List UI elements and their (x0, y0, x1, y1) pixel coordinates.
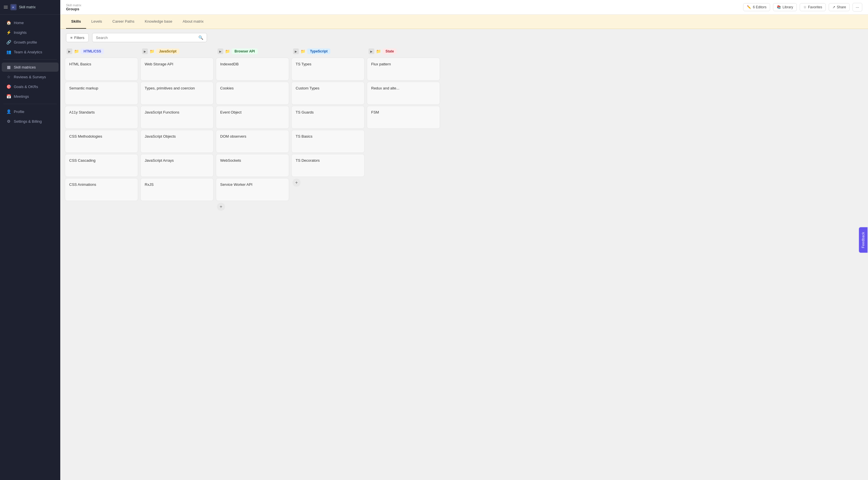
profile-icon: 👤 (6, 109, 11, 114)
sidebar-item-label: Profile (14, 109, 24, 114)
kanban-column-browser-api: ▶📁Browser APIIndexedDBCookiesEvent Objec… (216, 46, 289, 475)
kanban-card[interactable]: IndexedDB (216, 58, 289, 80)
kanban-card[interactable]: JavaScript Arrays (141, 154, 214, 177)
kanban-column-javascript: ▶📁JavaScriptWeb Storage APITypes, primit… (141, 46, 214, 475)
folder-icon: 📁 (301, 49, 305, 54)
main-area: Skill matrix Groups ✏️ 6 Editors 📚 Libra… (60, 0, 868, 480)
share-icon: ↗ (832, 5, 835, 9)
tab-skills[interactable]: Skills (66, 14, 86, 29)
sidebar-item-reviews-surveys[interactable]: ☆ Reviews & Surveys (2, 72, 59, 81)
kanban-card[interactable]: DOM observers (216, 130, 289, 153)
sidebar-item-skill-matrices[interactable]: ▦ Skill matrices (2, 63, 59, 72)
kanban-card[interactable]: Cookies (216, 82, 289, 105)
tab-about-matrix[interactable]: About matrix (177, 14, 209, 29)
kanban-card[interactable]: Custom Types (291, 82, 365, 105)
kanban-card[interactable]: CSS Methodologies (65, 130, 138, 153)
topbar-actions: ✏️ 6 Editors 📚 Library ☆ Favorites ↗ Sha… (743, 3, 862, 11)
sidebar-item-label: Insights (14, 30, 27, 35)
sidebar-divider-2 (3, 104, 57, 104)
feedback-button[interactable]: Feedback (859, 228, 868, 253)
kanban-card[interactable]: JavaScript Functions (141, 106, 214, 129)
col-title-badge: State (383, 48, 397, 54)
library-button[interactable]: 📚 Library (773, 3, 797, 11)
kanban-card[interactable]: RxJS (141, 178, 214, 201)
kanban-card[interactable]: CSS Animations (65, 178, 138, 201)
tab-career-paths[interactable]: Career Paths (107, 14, 140, 29)
editors-label: 6 Editors (753, 5, 766, 9)
sidebar-item-profile[interactable]: 👤 Profile (2, 107, 59, 116)
sidebar-collapse-button[interactable] (3, 5, 8, 9)
favorites-label: Favorites (808, 5, 822, 9)
kanban-card[interactable]: HTML Basics (65, 58, 138, 80)
kanban-card[interactable]: Types, primitives and coercion (141, 82, 214, 105)
kanban-card[interactable]: WebSockets (216, 154, 289, 177)
sidebar-item-goals-okrs[interactable]: 🎯 Goals & OKRs (2, 82, 59, 91)
col-header-html-css: ▶📁HTML/CSS (65, 46, 138, 57)
tab-levels[interactable]: Levels (86, 14, 107, 29)
kanban-column-html-css: ▶📁HTML/CSSHTML BasicsSemantic markupA11y… (65, 46, 138, 475)
kanban-card[interactable]: TS Basics (291, 130, 365, 153)
sidebar-item-meetings[interactable]: 📅 Meetings (2, 92, 59, 101)
kanban-card[interactable]: Flux pattern (367, 58, 440, 80)
insights-icon: ⚡ (6, 30, 11, 35)
settings-icon: ⚙ (6, 119, 11, 124)
col-title-badge: HTML/CSS (81, 48, 104, 54)
sidebar-item-insights[interactable]: ⚡ Insights (2, 28, 59, 37)
tab-knowledge-base[interactable]: Knowledge base (140, 14, 177, 29)
editors-button[interactable]: ✏️ 6 Editors (743, 3, 770, 11)
col-header-javascript: ▶📁JavaScript (141, 46, 214, 57)
sidebar-item-label: Growth profile (14, 40, 37, 44)
kanban-card[interactable]: CSS Cascading (65, 154, 138, 177)
kanban-card[interactable]: FSM (367, 106, 440, 129)
kanban-card[interactable]: Redux and alte... (367, 82, 440, 105)
library-icon: 📚 (777, 5, 781, 9)
sidebar: A Skill matrix 🏠 Home ⚡ Insights 🔗 Growt… (0, 0, 60, 480)
kanban-card[interactable]: JavaScript Objects (141, 130, 214, 153)
page-title: Groups (66, 7, 81, 11)
kanban-card[interactable]: Event Object (216, 106, 289, 129)
folder-icon: 📁 (150, 49, 154, 54)
more-button[interactable]: ··· (852, 3, 862, 11)
topbar-left: Skill matrix Groups (66, 3, 81, 11)
team-icon: 👥 (6, 49, 11, 54)
add-card-button[interactable]: + (217, 203, 225, 211)
col-expand-button[interactable]: ▶ (369, 48, 374, 54)
topbar: Skill matrix Groups ✏️ 6 Editors 📚 Libra… (60, 0, 868, 14)
sidebar-item-team-analytics[interactable]: 👥 Team & Analytics (2, 47, 59, 57)
breadcrumb: Skill matrix (66, 3, 81, 7)
svg-rect-1 (4, 7, 8, 7)
col-title-badge: Browser API (231, 48, 258, 54)
sidebar-item-label: Home (14, 21, 24, 25)
sidebar-item-home[interactable]: 🏠 Home (2, 18, 59, 27)
reviews-icon: ☆ (6, 74, 11, 79)
sidebar-item-settings-billing[interactable]: ⚙ Settings & Billing (2, 117, 59, 126)
library-label: Library (782, 5, 793, 9)
folder-icon: 📁 (376, 49, 381, 54)
tab-label: Career Paths (113, 19, 135, 24)
kanban-card[interactable]: Web Storage API (141, 58, 214, 80)
svg-rect-0 (4, 6, 8, 6)
goals-icon: 🎯 (6, 84, 11, 89)
share-button[interactable]: ↗ Share (829, 3, 849, 11)
tab-label: Skills (71, 19, 81, 24)
col-expand-button[interactable]: ▶ (218, 48, 223, 54)
col-expand-button[interactable]: ▶ (293, 48, 299, 54)
app-icon: A (10, 4, 17, 10)
kanban-cards: Web Storage APITypes, primitives and coe… (141, 58, 214, 201)
kanban-card[interactable]: TS Decorators (291, 154, 365, 177)
sidebar-item-growth-profile[interactable]: 🔗 Growth profile (2, 38, 59, 47)
col-expand-button[interactable]: ▶ (67, 48, 72, 54)
search-input[interactable] (96, 36, 196, 40)
kanban-column-typescript: ▶📁TypeScriptTS TypesCustom TypesTS Guard… (291, 46, 365, 475)
kanban-card[interactable]: TS Guards (291, 106, 365, 129)
kanban-card[interactable]: TS Types (291, 58, 365, 80)
filters-button[interactable]: ≡ Filters (66, 33, 89, 42)
col-expand-button[interactable]: ▶ (142, 48, 148, 54)
kanban-card[interactable]: Service Worker API (216, 178, 289, 201)
add-card-button[interactable]: + (292, 179, 301, 187)
kanban-card[interactable]: A11y Standarts (65, 106, 138, 129)
kanban-card[interactable]: Semantic markup (65, 82, 138, 105)
filterbar: ≡ Filters 🔍 (60, 29, 868, 46)
favorites-button[interactable]: ☆ Favorites (800, 3, 826, 11)
app-name: Skill matrix (19, 5, 36, 9)
